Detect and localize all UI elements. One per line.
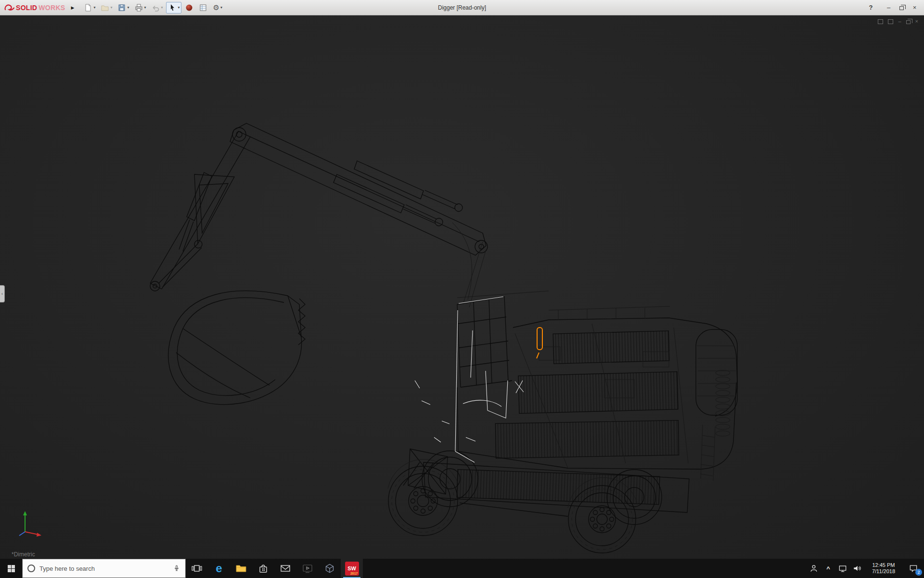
ladder[interactable] [700, 425, 715, 481]
child-window-icon[interactable] [878, 19, 883, 24]
graphics-viewport[interactable]: – × ‹ *Dimetric [0, 15, 924, 559]
mail-button[interactable] [274, 559, 296, 578]
child-minimize-button[interactable]: – [898, 19, 901, 24]
movies-tv-icon [302, 563, 313, 574]
clock-date: 7/11/2018 [864, 568, 903, 575]
window-controls: ? – × [864, 2, 924, 13]
show-hidden-icons-button[interactable]: ^ [821, 559, 835, 578]
panel-expand-arrow-icon: ‹ [1, 291, 3, 296]
upper-body[interactable] [457, 318, 737, 469]
task-view-button[interactable] [186, 559, 208, 578]
store-button[interactable] [252, 559, 274, 578]
search-input[interactable] [39, 565, 168, 572]
file-explorer-button[interactable] [230, 559, 252, 578]
solidworks-app-year: 2017 [350, 572, 358, 575]
open-folder-icon [101, 3, 109, 12]
chevron-up-icon: ^ [826, 565, 830, 572]
volume-button[interactable] [850, 559, 864, 578]
notification-badge: 2 [915, 569, 922, 576]
design-table-icon [199, 3, 207, 12]
task-view-icon [191, 563, 203, 574]
taskbar: e SW [0, 559, 924, 578]
windows-logo-icon [8, 565, 15, 572]
restore-icon [899, 6, 904, 10]
resources-button[interactable] [183, 2, 195, 13]
hose-coil[interactable] [716, 370, 730, 436]
3d-cube-icon [324, 563, 335, 574]
brand-solid-text: SOLID [16, 4, 37, 12]
child-restore-button[interactable] [906, 20, 911, 24]
stick-assembly[interactable] [150, 131, 250, 291]
view-orientation-label: *Dimetric [12, 551, 35, 558]
main-toolbar: ▾ ▾ ▾ ▾ [79, 2, 224, 13]
solidworks-app-icon: SW 2017 [345, 562, 359, 576]
save-floppy-icon [117, 3, 126, 12]
child-close-button[interactable]: × [915, 19, 918, 24]
clock-time: 12:45 PM [864, 562, 903, 568]
brand-works-text: WORKS [38, 4, 65, 12]
network-icon [838, 564, 847, 573]
dropdown-arrow-icon[interactable]: ▾ [144, 5, 146, 10]
window-title: Digger [Read-only] [438, 4, 486, 11]
microphone-icon[interactable] [173, 564, 180, 573]
child-window-icon-2[interactable] [888, 19, 893, 24]
solidworks-logo: SOLIDWORKS [0, 3, 67, 12]
select-arrow-icon [168, 3, 177, 12]
dropdown-arrow-icon[interactable]: ▾ [93, 5, 95, 10]
solidworks-app-label: SW [347, 565, 356, 571]
wireframe-model[interactable] [0, 15, 924, 559]
people-icon [809, 564, 819, 573]
people-button[interactable] [807, 559, 821, 578]
gear-icon: ⚙ [213, 3, 219, 12]
dropdown-arrow-icon[interactable]: ▾ [220, 5, 222, 10]
cortana-circle-icon [27, 565, 35, 572]
mail-envelope-icon [280, 563, 291, 574]
print-button[interactable]: ▾ [132, 2, 148, 13]
3d-viewer-button[interactable] [319, 559, 341, 578]
new-document-button[interactable]: ▾ [82, 2, 97, 13]
save-button[interactable]: ▾ [116, 2, 131, 13]
edge-icon: e [216, 563, 222, 574]
selected-component[interactable] [537, 328, 542, 358]
panel-expand-tab[interactable]: ‹ [0, 285, 5, 302]
red-sphere-icon [185, 3, 193, 12]
dropdown-arrow-icon[interactable]: ▾ [110, 5, 112, 10]
menu-flyout-icon[interactable]: ▶ [67, 5, 79, 10]
dropdown-arrow-icon[interactable]: ▾ [127, 5, 129, 10]
speaker-icon [852, 564, 862, 573]
network-button[interactable] [835, 559, 850, 578]
taskbar-clock[interactable]: 12:45 PM 7/11/2018 [864, 562, 903, 575]
orientation-triad [13, 508, 44, 538]
folder-icon [235, 563, 247, 574]
open-button[interactable]: ▾ [99, 2, 114, 13]
undo-button[interactable]: ▾ [149, 2, 165, 13]
print-icon [134, 3, 143, 12]
ds-swirl-icon [4, 3, 14, 12]
boom-assembly[interactable] [230, 123, 488, 255]
movies-tv-button[interactable] [296, 559, 319, 578]
cab[interactable] [457, 297, 512, 387]
bucket[interactable] [168, 291, 305, 405]
close-button[interactable]: × [908, 2, 921, 13]
action-center-button[interactable]: 2 [903, 559, 924, 578]
solidworks-taskbar-button[interactable]: SW 2017 [341, 559, 363, 578]
design-table-button[interactable] [197, 2, 209, 13]
restore-button[interactable] [895, 2, 908, 13]
undo-icon [151, 3, 160, 12]
dropdown-arrow-icon[interactable]: ▾ [161, 5, 163, 10]
store-bag-icon [257, 563, 269, 574]
options-button[interactable]: ⚙ ▾ [211, 2, 224, 13]
new-document-icon [84, 3, 92, 12]
minimize-button[interactable]: – [882, 2, 895, 13]
select-tool-button[interactable]: ▾ [166, 2, 181, 13]
dropdown-arrow-icon[interactable]: ▾ [178, 5, 180, 10]
document-window-controls: – × [878, 19, 918, 24]
start-button[interactable] [0, 559, 22, 578]
system-tray: ^ 12:45 PM 7/11/2018 2 [807, 559, 924, 578]
edge-button[interactable]: e [208, 559, 230, 578]
help-button[interactable]: ? [864, 2, 877, 13]
taskbar-search[interactable] [22, 559, 186, 578]
titlebar: SOLIDWORKS ▶ ▾ ▾ ▾ [0, 0, 924, 15]
